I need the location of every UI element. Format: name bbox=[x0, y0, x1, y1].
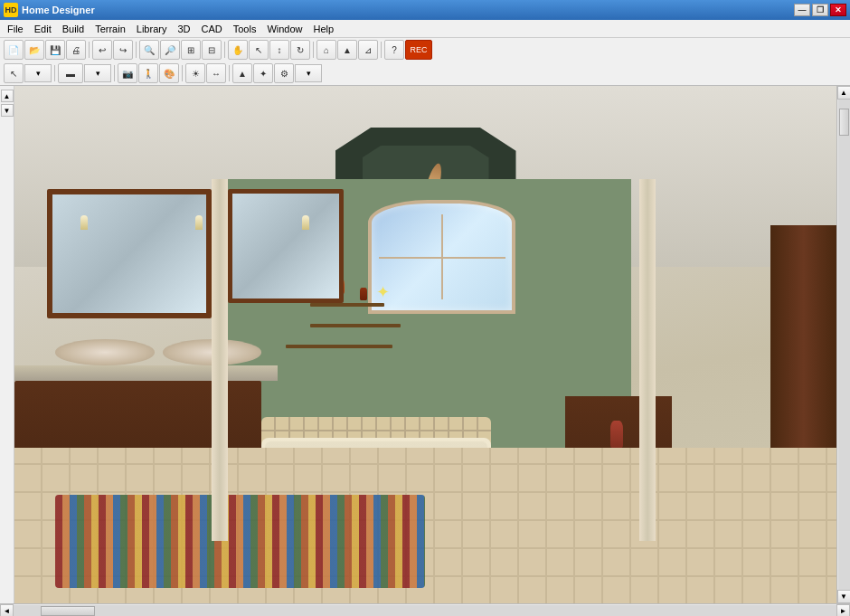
shelf-middle bbox=[310, 324, 401, 327]
sink-left bbox=[55, 339, 154, 365]
toolbar-sep-3 bbox=[224, 42, 225, 58]
scroll-thumb-horizontal[interactable] bbox=[41, 606, 95, 616]
area-rug bbox=[55, 495, 425, 588]
redo-button[interactable]: ↪ bbox=[113, 40, 133, 60]
pointer-dropdown[interactable]: ▾ bbox=[24, 64, 52, 82]
right-scrollbar: ▲ ▼ bbox=[836, 86, 850, 603]
scroll-thumb-vertical[interactable] bbox=[839, 109, 849, 136]
settings-dropdown[interactable]: ▾ bbox=[295, 64, 322, 82]
toolbar-main: 📄 📂 💾 🖨 ↩ ↪ 🔍 🔎 ⊞ ⊟ ✋ ↖ ↕ ↻ ⌂ ▲ ⊿ ? REC bbox=[0, 38, 850, 62]
scroll-up-button[interactable]: ▲ bbox=[837, 86, 851, 100]
bottom-scrollbar: ◄ ► bbox=[0, 603, 850, 616]
toolbar2-sep-4 bbox=[229, 65, 230, 81]
sidebar-btn-2[interactable]: ▼ bbox=[1, 104, 14, 117]
settings-button[interactable]: ⚙ bbox=[274, 63, 294, 83]
mirror-left bbox=[47, 189, 212, 318]
home-button[interactable]: ⌂ bbox=[316, 40, 336, 60]
zoom-fit-button[interactable]: ⊞ bbox=[181, 40, 201, 60]
rotate-button[interactable]: ↻ bbox=[290, 40, 310, 60]
help-button[interactable]: ? bbox=[384, 40, 404, 60]
menu-file[interactable]: File bbox=[2, 22, 29, 36]
zoom-out-button[interactable]: 🔎 bbox=[160, 40, 180, 60]
minimize-button[interactable]: — bbox=[794, 4, 810, 16]
stairs-button[interactable]: ⊿ bbox=[358, 40, 378, 60]
toolbar-sep-5 bbox=[381, 42, 382, 58]
restore-button[interactable]: ❐ bbox=[812, 4, 828, 16]
scroll-down-button[interactable]: ▼ bbox=[837, 590, 851, 603]
camera-button[interactable]: 📷 bbox=[118, 63, 137, 83]
star-button[interactable]: ✦ bbox=[253, 63, 273, 83]
toolbar-sep-1 bbox=[89, 42, 90, 58]
menu-build[interactable]: Build bbox=[57, 22, 90, 36]
toolbar-area: 📄 📂 💾 🖨 ↩ ↪ 🔍 🔎 ⊞ ⊟ ✋ ↖ ↕ ↻ ⌂ ▲ ⊿ ? REC … bbox=[0, 38, 850, 86]
vanity-countertop bbox=[14, 365, 278, 381]
scroll-left-button[interactable]: ◄ bbox=[0, 604, 14, 617]
zoom-extent-button[interactable]: ⊟ bbox=[202, 40, 222, 60]
scroll-right-button[interactable]: ► bbox=[836, 604, 850, 617]
shelf-top bbox=[310, 303, 384, 307]
floor-vase bbox=[610, 421, 623, 448]
app-icon: HD bbox=[4, 3, 18, 17]
mirror-right bbox=[228, 189, 343, 303]
toolbar-sep-4 bbox=[313, 42, 314, 58]
wall-button[interactable]: ▬ bbox=[58, 63, 83, 83]
open-button[interactable]: 📂 bbox=[24, 40, 44, 60]
sconce-3 bbox=[302, 215, 309, 230]
zoom-in-button[interactable]: 🔍 bbox=[139, 40, 159, 60]
sun-button[interactable]: ☀ bbox=[185, 63, 205, 83]
menu-cad[interactable]: CAD bbox=[195, 22, 227, 36]
scroll-track-vertical[interactable] bbox=[838, 100, 850, 590]
wall-pilaster-right bbox=[639, 179, 656, 541]
save-button[interactable]: 💾 bbox=[45, 40, 65, 60]
print-button[interactable]: 🖨 bbox=[66, 40, 86, 60]
shelf-bottom bbox=[286, 345, 392, 348]
pointer-button[interactable]: ↖ bbox=[4, 63, 24, 83]
menu-bar: File Edit Build Terrain Library 3D CAD T… bbox=[0, 20, 850, 38]
rec-button[interactable]: REC bbox=[405, 40, 432, 60]
sidebar-btn-1[interactable]: ▲ bbox=[1, 90, 14, 102]
material-button[interactable]: 🎨 bbox=[159, 63, 179, 83]
sconce-1 bbox=[80, 215, 88, 230]
undo-button[interactable]: ↩ bbox=[92, 40, 112, 60]
walk-button[interactable]: 🚶 bbox=[138, 63, 158, 83]
canvas-area[interactable]: ✦ bbox=[14, 86, 836, 603]
pan-button[interactable]: ✋ bbox=[228, 40, 248, 60]
menu-terrain[interactable]: Terrain bbox=[90, 22, 131, 36]
wall-star: ✦ bbox=[376, 282, 390, 302]
measure-button[interactable]: ↕ bbox=[269, 40, 289, 60]
toolbar2-sep-3 bbox=[182, 65, 183, 81]
select-button[interactable]: ↖ bbox=[249, 40, 269, 60]
roof-button[interactable]: ▲ bbox=[337, 40, 357, 60]
vase-2 bbox=[360, 288, 367, 300]
close-button[interactable]: ✕ bbox=[830, 4, 846, 16]
menu-tools[interactable]: Tools bbox=[228, 22, 262, 36]
scroll-track-horizontal[interactable] bbox=[14, 605, 836, 617]
toolbar-sep-2 bbox=[136, 42, 137, 58]
title-bar: HD Home Designer — ❐ ✕ bbox=[0, 0, 850, 20]
up-arrow-button[interactable]: ▲ bbox=[232, 63, 252, 83]
menu-3d[interactable]: 3D bbox=[172, 22, 195, 36]
dimension-button[interactable]: ↔ bbox=[206, 63, 226, 83]
window-controls: — ❐ ✕ bbox=[794, 4, 846, 16]
window bbox=[368, 200, 516, 314]
new-button[interactable]: 📄 bbox=[4, 40, 24, 60]
toolbar-secondary: ↖ ▾ ▬ ▾ 📷 🚶 🎨 ☀ ↔ ▲ ✦ ⚙ ▾ bbox=[0, 62, 850, 85]
menu-help[interactable]: Help bbox=[308, 22, 340, 36]
menu-library[interactable]: Library bbox=[131, 22, 173, 36]
wall-pilaster-left bbox=[212, 179, 228, 541]
menu-edit[interactable]: Edit bbox=[29, 22, 57, 36]
toolbar2-sep-1 bbox=[54, 65, 55, 81]
render-view: ✦ bbox=[14, 86, 836, 603]
wall-dropdown[interactable]: ▾ bbox=[84, 64, 111, 82]
menu-window[interactable]: Window bbox=[261, 22, 307, 36]
sconce-2 bbox=[195, 215, 203, 230]
main-area: ▲ ▼ bbox=[0, 86, 850, 603]
app-title: Home Designer bbox=[22, 5, 794, 15]
toolbar2-sep-2 bbox=[114, 65, 115, 81]
left-sidebar: ▲ ▼ bbox=[0, 86, 14, 603]
